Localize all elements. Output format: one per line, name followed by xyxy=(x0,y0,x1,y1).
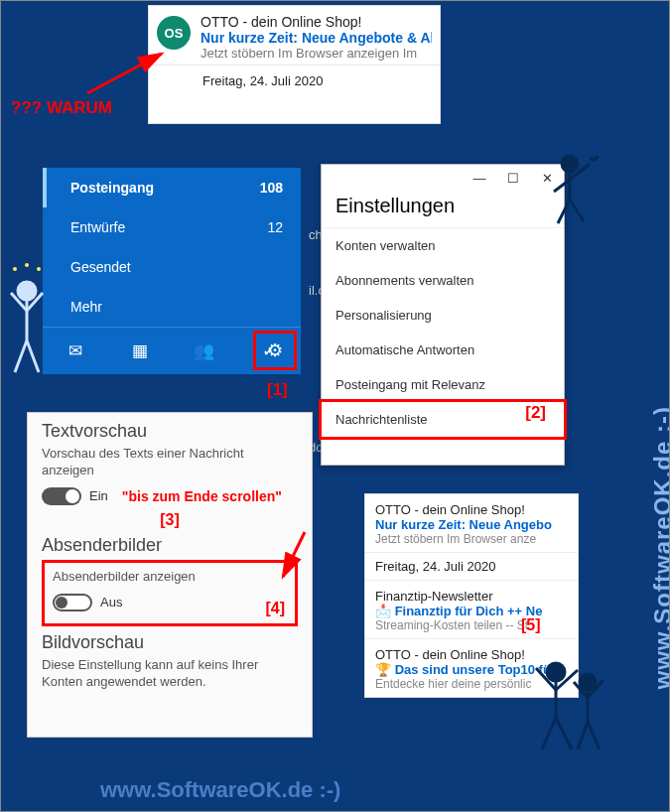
window-close-button[interactable]: ✕ xyxy=(532,171,562,186)
svg-line-26 xyxy=(588,680,603,698)
section-text-preview-desc: Vorschau des Texts einer Nachricht anzei… xyxy=(42,446,298,479)
section-image-preview-title: Bildvorschau xyxy=(42,632,298,653)
mail-date-header: Freitag, 24. Juli 2020 xyxy=(365,553,578,581)
svg-line-6 xyxy=(15,340,27,372)
folder-item-more[interactable]: Mehr xyxy=(43,287,301,327)
sender-images-highlight-box: Absenderbilder anzeigen Aus [4] xyxy=(42,560,298,626)
toggle-state-label: Ein xyxy=(89,488,108,503)
mail-subject: Nur kurze Zeit: Neue Angebo xyxy=(375,517,568,532)
svg-point-2 xyxy=(18,282,36,300)
folder-label: Mehr xyxy=(70,299,102,315)
mail-list-no-avatar: OTTO - dein Online Shop! Nur kurze Zeit:… xyxy=(364,493,579,698)
folder-item-sent[interactable]: Gesendet xyxy=(43,247,301,287)
svg-line-22 xyxy=(556,718,572,749)
window-minimize-button[interactable]: — xyxy=(465,171,494,186)
mail-subject: 🏆 Das sind unsere Top10 fü xyxy=(375,662,568,677)
settings-item-personalization[interactable]: Personalisierung xyxy=(322,298,564,333)
section-sender-images-desc: Absenderbilder anzeigen xyxy=(53,569,287,586)
mail-list-item[interactable]: OTTO - dein Online Shop! Nur kurze Zeit:… xyxy=(365,494,578,553)
svg-line-28 xyxy=(588,722,600,749)
mail-sender: OTTO - dein Online Shop! xyxy=(201,14,432,30)
annotation-label-4: [4] xyxy=(265,600,285,617)
folder-count: 12 xyxy=(267,219,283,235)
watermark-bottom: www.SoftwareOK.de :-) xyxy=(100,777,340,803)
svg-line-16 xyxy=(570,200,584,221)
svg-line-4 xyxy=(11,293,27,311)
settings-button[interactable]: ⚙ xyxy=(253,331,297,370)
trophy-icon: 🏆 xyxy=(375,662,391,677)
svg-point-10 xyxy=(37,267,41,271)
folder-item-inbox[interactable]: Posteingang 108 xyxy=(43,168,301,207)
mail-subject: Nur kurze Zeit: Neue Angebote & Ak xyxy=(201,30,432,46)
toggle-state-label: Aus xyxy=(100,595,122,609)
settings-item-subscriptions[interactable]: Abonnements verwalten xyxy=(322,263,564,298)
annotation-scroll-hint: "bis zum Ende scrollen" xyxy=(122,488,282,504)
svg-line-27 xyxy=(578,722,588,749)
people-icon[interactable]: 👥 xyxy=(188,335,221,368)
settings-flyout: — ☐ ✕ Einstellungen Konten verwalten Abo… xyxy=(321,164,565,466)
mail-list-item[interactable]: Finanztip-Newsletter 📩 Finanztip für Dic… xyxy=(365,581,578,639)
svg-line-7 xyxy=(27,340,39,372)
folder-selection-indicator xyxy=(43,168,47,207)
settings-item-accounts[interactable]: Konten verwalten xyxy=(322,228,564,263)
svg-point-23 xyxy=(580,674,596,690)
svg-line-5 xyxy=(27,293,43,311)
folder-label: Entwürfe xyxy=(70,219,125,235)
toggle-text-preview[interactable] xyxy=(42,487,81,505)
envelope-icon: 📩 xyxy=(375,604,391,618)
section-sender-images-title: Absenderbilder xyxy=(42,535,298,556)
mail-icon[interactable]: ✉ xyxy=(59,335,92,368)
mail-sender: Finanztip-Newsletter xyxy=(375,589,568,604)
settings-item-focused-inbox[interactable]: Posteingang mit Relevanz xyxy=(322,367,564,402)
section-text-preview-title: Textvorschau xyxy=(42,421,298,442)
mail-sender: OTTO - dein Online Shop! xyxy=(375,502,568,517)
toggle-sender-images[interactable] xyxy=(53,594,92,611)
gear-icon: ⚙ xyxy=(267,339,283,361)
annotation-label-5: [5] xyxy=(521,616,541,634)
mail-date: Freitag, 24. Juli 2020 xyxy=(149,65,440,96)
settings-title: Einstellungen xyxy=(322,191,564,228)
section-image-preview-desc: Diese Einstellung kann auf keins Ihrer K… xyxy=(42,657,298,691)
window-maximize-button[interactable]: ☐ xyxy=(498,171,528,186)
svg-line-21 xyxy=(542,718,556,749)
settings-item-auto-replies[interactable]: Automatische Antworten xyxy=(322,333,564,367)
folder-item-drafts[interactable]: Entwürfe 12 xyxy=(43,207,301,247)
calendar-icon[interactable]: ▦ xyxy=(123,335,157,368)
mail-sender: OTTO - dein Online Shop! xyxy=(375,647,568,662)
mail-snippet: Jetzt stöbern Im Browser anzeigen Im xyxy=(201,46,432,61)
avatar: OS xyxy=(157,16,191,50)
mail-subject-text: Das sind unsere Top10 fü xyxy=(395,662,551,677)
settings-item-message-list[interactable]: Nachrichtenliste [2] xyxy=(319,399,567,440)
mail-preview-with-avatar: OS OTTO - dein Online Shop! Nur kurze Ze… xyxy=(148,5,441,124)
folder-count: 108 xyxy=(260,180,283,196)
svg-point-9 xyxy=(25,263,29,267)
mail-list-item[interactable]: OTTO - dein Online Shop! 🏆 Das sind unse… xyxy=(365,639,578,697)
annotation-warum: ??? WARUM xyxy=(11,98,112,118)
mail-snippet: Entdecke hier deine persönlic xyxy=(375,677,568,691)
svg-line-13 xyxy=(570,164,590,180)
message-list-options-panel: Textvorschau Vorschau des Texts einer Na… xyxy=(27,412,313,738)
annotation-label-3: [3] xyxy=(42,511,298,529)
annotation-label-2: [2] xyxy=(525,403,546,423)
mail-folder-list: Posteingang 108 Entwürfe 12 Gesendet Meh… xyxy=(43,168,301,374)
watermark-side: www.SoftwareOK.de :-) xyxy=(649,406,670,689)
svg-point-8 xyxy=(13,267,17,271)
settings-item-label: Nachrichtenliste xyxy=(335,412,428,427)
folder-label: Posteingang xyxy=(70,180,154,196)
folder-label: Gesendet xyxy=(70,259,131,275)
mail-snippet: Jetzt stöbern Im Browser anze xyxy=(375,532,568,546)
annotation-label-1: [1] xyxy=(267,380,288,400)
